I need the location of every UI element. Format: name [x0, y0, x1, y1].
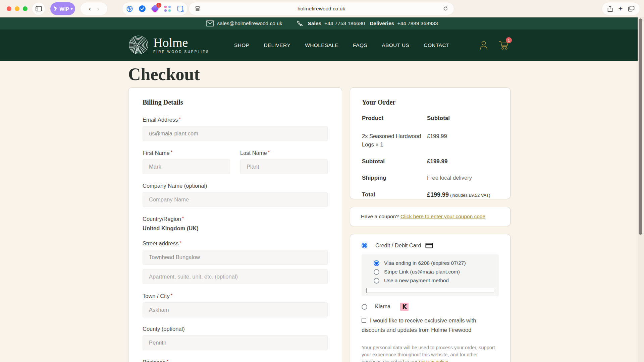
- item-price: £199.99: [427, 132, 498, 149]
- apartment-field[interactable]: [143, 269, 328, 284]
- saved-payment-methods: Visa ending in 6208 (expires 07/27) Stri…: [362, 254, 499, 296]
- sidebar-icon: [36, 6, 42, 11]
- cart-button[interactable]: 1: [498, 40, 509, 50]
- address-bar[interactable]: holmefirewood.co.uk: [189, 2, 454, 15]
- county-field-group: County (optional): [143, 326, 328, 350]
- sidebar-toggle-button[interactable]: [32, 2, 45, 15]
- last-name-label: Last Name*: [240, 149, 328, 156]
- privacy-policy-link[interactable]: privacy policy: [419, 359, 448, 362]
- main-navigation: Holme FIRE WOOD SUPPLIES SHOP DELIVERY W…: [0, 29, 644, 61]
- coupon-link[interactable]: Click here to enter your coupon code: [400, 214, 485, 220]
- privacy-notice: Your personal data will be used to proce…: [362, 344, 499, 362]
- shipping-label: Shipping: [362, 175, 427, 181]
- share-button[interactable]: [607, 5, 613, 12]
- new-payment-option-label: Use a new payment method: [384, 278, 449, 284]
- postcode-label: Postcode*: [143, 359, 328, 362]
- subtotal-value: £199.99: [427, 158, 498, 165]
- nav-item-contact[interactable]: CONTACT: [424, 42, 449, 48]
- payment-card: Credit / Debit Card Visa ending in 6208 …: [350, 234, 511, 362]
- street-address-field[interactable]: [143, 250, 328, 265]
- minimize-window-button[interactable]: [15, 6, 19, 11]
- new-payment-radio[interactable]: [374, 278, 379, 284]
- vat-note: (includes £9.52 VAT): [450, 193, 490, 198]
- klarna-radio[interactable]: [362, 304, 367, 310]
- coupon-card: Have a coupon? Click here to enter your …: [350, 207, 511, 226]
- order-table-header: Product Subtotal: [362, 115, 498, 122]
- zoom-window-button[interactable]: [23, 6, 28, 11]
- credit-card-option[interactable]: Credit / Debit Card: [362, 242, 499, 249]
- street-label: Street address*: [143, 240, 328, 247]
- nav-item-wholesale[interactable]: WHOLESALE: [305, 42, 338, 48]
- shipping-value: Free local delivery: [427, 175, 498, 181]
- toolbar-right: +: [602, 2, 640, 15]
- country-field-group: Country/Region* United Kingdom (UK): [143, 216, 328, 232]
- visa-option-label: Visa ending in 6208 (expires 07/27): [384, 260, 466, 266]
- wip-button[interactable]: WIP ▾: [50, 2, 75, 15]
- new-payment-method-option[interactable]: Use a new payment method: [366, 276, 494, 285]
- town-label: Town / City*: [143, 293, 328, 299]
- order-summary-card: Your Order Product Subtotal 2x Seasoned …: [350, 87, 511, 199]
- extensions-toolbar: 1: [122, 2, 187, 15]
- email-field[interactable]: [143, 126, 328, 141]
- email-field-group: Email Address*: [143, 116, 328, 141]
- company-field-group: Company Name (optional): [143, 183, 328, 207]
- required-asterisk: *: [179, 240, 181, 245]
- chevron-down-icon: ▾: [71, 7, 73, 11]
- sales-phone[interactable]: +44 7753 186680: [324, 20, 365, 26]
- window-extension-icon[interactable]: [176, 5, 184, 13]
- stripe-link-radio[interactable]: [374, 269, 379, 275]
- country-label: Country/Region*: [143, 216, 328, 222]
- back-button[interactable]: ‹: [89, 5, 91, 12]
- browser-chrome: WIP ▾ ‹ › 1: [0, 0, 644, 17]
- brand-logo[interactable]: Holme FIRE WOOD SUPPLIES: [128, 35, 209, 55]
- account-icon[interactable]: [479, 40, 488, 50]
- diamond-extension-icon[interactable]: 1: [151, 5, 159, 13]
- brand-name: Holme: [153, 36, 209, 50]
- phone-icon: [297, 20, 303, 27]
- deliveries-phone[interactable]: +44 7889 368933: [397, 20, 438, 26]
- dots-extension-icon[interactable]: [164, 5, 172, 13]
- crosshair-extension-icon[interactable]: [125, 5, 133, 13]
- town-city-field[interactable]: [143, 302, 328, 317]
- credit-card-radio[interactable]: [362, 243, 367, 248]
- history-buttons: ‹ ›: [80, 2, 107, 15]
- visa-radio[interactable]: [374, 260, 379, 266]
- klarna-option[interactable]: Klarna K: [362, 303, 499, 311]
- nav-item-about-us[interactable]: ABOUT US: [382, 42, 409, 48]
- checkmark-extension-icon[interactable]: [138, 5, 146, 13]
- order-total-row: Total £199.99(includes £9.52 VAT): [362, 191, 498, 198]
- extension-notification-badge: 1: [156, 3, 161, 8]
- postcode-field-group: Postcode*: [143, 359, 328, 362]
- deliveries-label: Deliveries: [370, 20, 394, 26]
- billing-heading: Billing Details: [143, 99, 328, 106]
- marketing-optin-checkbox[interactable]: [362, 318, 366, 323]
- nav-item-delivery[interactable]: DELIVERY: [264, 42, 291, 48]
- wip-button-label: WIP: [60, 6, 69, 12]
- card-number-input[interactable]: [366, 288, 494, 293]
- nav-item-shop[interactable]: SHOP: [234, 42, 250, 48]
- stripe-link-option[interactable]: Stripe Link (us@maia-plant.com): [366, 267, 494, 276]
- total-value: £199.99: [427, 191, 449, 198]
- new-tab-button[interactable]: +: [619, 5, 623, 12]
- saved-card-option[interactable]: Visa ending in 6208 (expires 07/27): [366, 259, 494, 267]
- reader-icon[interactable]: [195, 6, 200, 11]
- first-name-field[interactable]: [143, 159, 230, 174]
- close-window-button[interactable]: [7, 6, 11, 11]
- billing-details-card: Billing Details Email Address* First Nam…: [128, 87, 342, 362]
- forward-button[interactable]: ›: [97, 5, 99, 12]
- nav-item-faqs[interactable]: FAQS: [353, 42, 367, 48]
- window-controls: [7, 6, 28, 11]
- contact-email-group[interactable]: sales@holmefirewood.co.uk: [206, 20, 282, 26]
- county-label: County (optional): [143, 326, 328, 332]
- country-value[interactable]: United Kingdom (UK): [143, 225, 328, 232]
- company-field[interactable]: [143, 192, 328, 207]
- tree-rings-logo-icon: [128, 35, 149, 55]
- county-field[interactable]: [143, 335, 328, 350]
- scrollbar-thumb[interactable]: [639, 18, 642, 235]
- credit-card-option-label: Credit / Debit Card: [375, 242, 421, 249]
- last-name-field[interactable]: [240, 159, 328, 174]
- town-field-group: Town / City*: [143, 293, 328, 317]
- tabs-overview-button[interactable]: [628, 6, 635, 12]
- refresh-button[interactable]: [443, 6, 448, 11]
- contact-bar: sales@holmefirewood.co.uk Sales +44 7753…: [0, 17, 644, 29]
